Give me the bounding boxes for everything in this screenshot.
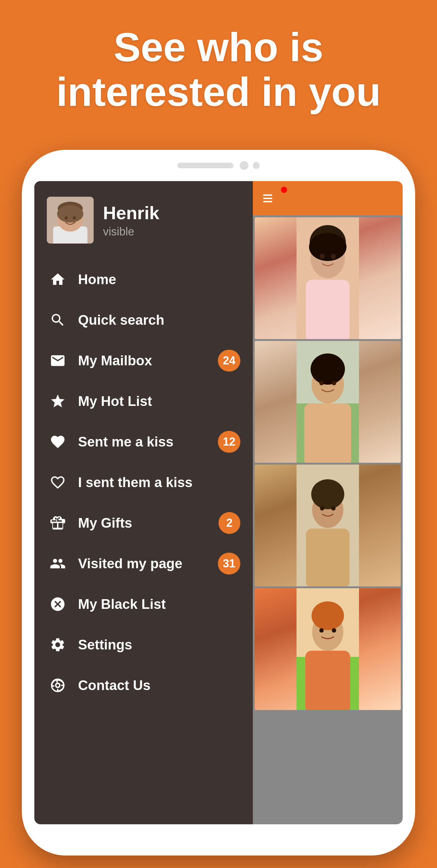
quick-search-label: Quick search: [78, 312, 240, 328]
home-label: Home: [78, 272, 240, 287]
svg-point-32: [319, 628, 324, 632]
phone-camera-small: [253, 162, 260, 169]
svg-point-25: [320, 506, 324, 510]
svg-point-17: [311, 353, 345, 385]
visited-page-badge: 31: [218, 553, 240, 575]
phone-shell: Henrik visible Home: [22, 150, 415, 856]
sidebar-item-visited-page[interactable]: Visited my page 31: [34, 543, 253, 584]
svg-point-33: [332, 628, 336, 632]
content-panel: ≡: [253, 181, 403, 824]
sidebar-item-my-mailbox[interactable]: My Mailbox 24: [34, 340, 253, 381]
profile-status: visible: [103, 225, 159, 238]
svg-rect-18: [304, 403, 351, 463]
sidebar-item-sent-me-kiss[interactable]: Sent me a kiss 12: [34, 422, 253, 462]
sidebar-item-quick-search[interactable]: Quick search: [34, 300, 253, 340]
profile-info: Henrik visible: [103, 202, 159, 238]
photo-4-image: [255, 588, 401, 710]
phone-mockup: Henrik visible Home: [22, 150, 415, 856]
phone-screen: Henrik visible Home: [34, 181, 403, 824]
sidebar-item-home[interactable]: Home: [34, 259, 253, 300]
photo-row-4: [255, 588, 401, 710]
svg-point-12: [320, 254, 324, 259]
svg-rect-24: [306, 529, 350, 586]
svg-point-10: [309, 233, 346, 261]
hero-text: See who is interested in you: [0, 0, 437, 127]
avatar-image: [47, 197, 94, 244]
svg-point-6: [73, 216, 76, 219]
gear-icon: [47, 634, 69, 656]
star-icon: [47, 390, 69, 412]
sidebar-item-settings[interactable]: Settings: [34, 624, 253, 665]
sidebar: Henrik visible Home: [34, 181, 253, 824]
svg-point-26: [331, 506, 336, 510]
heart-filled-icon: [47, 431, 69, 453]
sent-me-kiss-label: Sent me a kiss: [78, 434, 218, 450]
photo-grid: [253, 215, 403, 712]
sidebar-item-black-list[interactable]: My Black List: [34, 584, 253, 624]
hero-headline: See who is interested in you: [31, 25, 406, 114]
hero-section: See who is interested in you: [0, 0, 437, 127]
phone-bottom-bar: [22, 824, 415, 856]
avatar: [47, 197, 94, 244]
settings-label: Settings: [78, 637, 240, 653]
photo-item-3[interactable]: [255, 465, 401, 586]
profile-section: Henrik visible: [34, 181, 253, 259]
photo-2-image: [255, 341, 401, 463]
svg-point-30: [312, 601, 344, 630]
mailbox-badge: 24: [218, 350, 240, 372]
home-icon: [47, 269, 69, 290]
visited-page-label: Visited my page: [78, 556, 218, 571]
photo-row-1: [255, 217, 401, 339]
svg-point-19: [319, 381, 324, 385]
photo-item-2[interactable]: [255, 341, 401, 463]
svg-point-23: [311, 479, 344, 509]
gifts-label: My Gifts: [78, 515, 218, 531]
heart-outline-icon: [47, 471, 69, 493]
contact-us-label: Contact Us: [78, 678, 240, 693]
gift-icon: [47, 512, 69, 534]
avatar-svg: [47, 197, 94, 244]
profile-name: Henrik: [103, 202, 159, 223]
svg-point-20: [332, 381, 336, 385]
svg-point-13: [331, 254, 336, 259]
notification-dot: [281, 187, 287, 193]
phone-camera-group: [240, 161, 260, 170]
hot-list-label: My Hot List: [78, 394, 240, 409]
photo-3-image: [255, 465, 401, 586]
content-header: ≡: [253, 181, 403, 215]
sidebar-item-my-hot-list[interactable]: My Hot List: [34, 381, 253, 422]
mail-icon: [47, 350, 69, 372]
photo-item-4[interactable]: [255, 588, 401, 710]
gifts-badge: 2: [218, 512, 240, 534]
svg-rect-31: [305, 651, 350, 710]
i-sent-kiss-label: I sent them a kiss: [78, 474, 240, 490]
close-circle-icon: [47, 593, 69, 615]
photo-row-2: [255, 341, 401, 463]
people-icon: [47, 553, 69, 575]
svg-rect-11: [306, 280, 350, 339]
sidebar-item-my-gifts[interactable]: My Gifts 2: [34, 503, 253, 543]
photo-row-3: [255, 465, 401, 586]
hamburger-menu-icon[interactable]: ≡: [262, 189, 273, 208]
lifebuoy-icon: [47, 674, 69, 696]
mailbox-label: My Mailbox: [78, 353, 218, 368]
black-list-label: My Black List: [78, 596, 240, 612]
phone-camera: [240, 161, 248, 170]
svg-point-5: [65, 216, 68, 219]
photo-1-image: [255, 217, 401, 339]
menu-items-list: Home Quick search: [34, 259, 253, 824]
phone-speaker: [177, 163, 233, 168]
sidebar-item-i-sent-kiss[interactable]: I sent them a kiss: [34, 462, 253, 503]
photo-item-1[interactable]: [255, 217, 401, 339]
phone-top-bar: [22, 150, 415, 181]
search-icon: [47, 309, 69, 331]
svg-point-4: [57, 205, 83, 223]
sent-me-kiss-badge: 12: [218, 431, 240, 453]
sidebar-item-contact-us[interactable]: Contact Us: [34, 665, 253, 706]
